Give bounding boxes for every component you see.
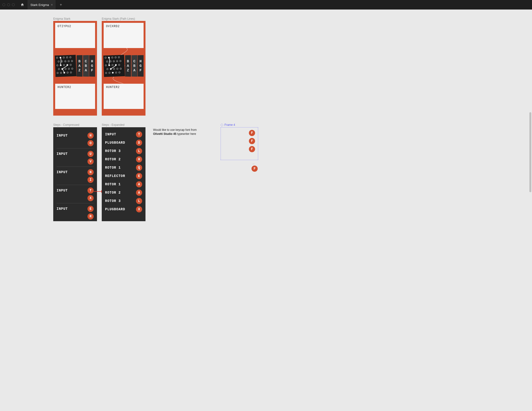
frame-label-steps-compressed[interactable]: Steps - Compressed: [53, 123, 79, 127]
step-chip: E: [136, 173, 142, 179]
rotor-set-path: B A Z C B A H G F: [125, 55, 143, 77]
step-label: REFLECTOR: [105, 174, 125, 178]
step-label: ROTOR 2: [105, 191, 121, 195]
step-label: ROTOR 1: [105, 166, 121, 170]
step-chip: T: [87, 187, 94, 194]
step-chip: X: [87, 195, 94, 201]
frame4-chip: F: [249, 138, 255, 144]
frame4-row: INPUTF: [224, 138, 255, 144]
window-zoom-button[interactable]: [12, 3, 15, 6]
close-tab-button[interactable]: ×: [51, 3, 53, 6]
step-chip: U: [87, 151, 94, 157]
cipher-text: OTIYPU2: [57, 25, 71, 28]
step-compressed-item: INPUTHO: [57, 130, 94, 148]
frame-enigma-stark-path[interactable]: OVIXRD2: [102, 21, 145, 116]
vertical-scrollbar[interactable]: [529, 112, 531, 192]
file-tab[interactable]: Stark Enigma ×: [28, 0, 56, 10]
new-tab-button[interactable]: +: [57, 1, 64, 8]
window-traffic-lights: [2, 3, 15, 6]
step-label: PLUGBOARD: [105, 207, 125, 211]
lonely-chip[interactable]: F: [251, 166, 258, 172]
plugboard: [55, 55, 76, 77]
frame4-row: F: [224, 146, 255, 152]
note-line2: typewriter here: [176, 132, 196, 136]
plain-text-path: HUNTER2: [106, 86, 120, 89]
step-chip: N: [87, 169, 94, 175]
step-chip: L: [136, 198, 142, 204]
svg-rect-6: [223, 125, 223, 125]
step-label: ROTOR 1: [105, 182, 121, 186]
window-close-button[interactable]: [2, 3, 5, 6]
frame4-chip: F: [249, 130, 255, 136]
machine-row-path: B A Z C B A H G F: [104, 55, 143, 77]
file-tab-title: Stark Enigma: [30, 3, 49, 7]
step-label: PLUGBOARD: [105, 141, 125, 145]
step-label: ROTOR 3: [105, 199, 121, 203]
cipher-paper: OTIYPU2: [55, 23, 95, 48]
step-chip: H: [136, 156, 142, 162]
step-chip: X: [136, 206, 142, 212]
titlebar: Stark Enigma × +: [0, 0, 532, 10]
frame-steps-expanded[interactable]: INPUTTPLUGBOARDDROTOR 3LROTOR 2HROTOR 1Q…: [102, 127, 145, 221]
step-expanded-item: ROTOR 1A: [105, 180, 142, 188]
step-expanded-item: PLUGBOARDX: [105, 205, 142, 213]
plugboard-path: [103, 55, 125, 77]
step-expanded-item: REFLECTORE: [105, 172, 142, 180]
plugboard-wires-path-icon: [103, 55, 125, 77]
step-chip: D: [136, 140, 142, 146]
rotor-2-path: C B A: [132, 55, 137, 77]
frame-label-enigma-stark[interactable]: Enigma Stark: [53, 17, 70, 20]
home-icon: [20, 3, 24, 7]
svg-rect-4: [222, 126, 222, 126]
step-compressed-item: INPUTER: [57, 203, 94, 221]
machine-row: B A Z C B A H G F: [55, 55, 95, 77]
lonely-chip-label[interactable]: ...: [252, 162, 255, 165]
step-chip: H: [87, 132, 94, 139]
frame4-chip: F: [249, 146, 255, 152]
step-expanded-item: ROTOR 3L: [105, 197, 142, 205]
step-expanded-item: ROTOR 2A: [105, 188, 142, 197]
step-chip: T: [136, 131, 142, 137]
frame-steps-compressed[interactable]: INPUTHOINPUTUVINPUTNIINPUTTXINPUTERINPUT…: [53, 127, 97, 221]
step-chip: R: [87, 213, 94, 220]
cipher-text-path: OVIXRD2: [106, 25, 120, 28]
step-chip: A: [136, 190, 142, 196]
rotor-1: B A Z: [76, 55, 83, 77]
step-chip: I: [87, 177, 94, 183]
frame-label-frame4[interactable]: Frame 4: [221, 123, 235, 127]
frame4-label: INPUT: [224, 131, 235, 135]
step-label: INPUT: [57, 152, 68, 156]
rotor-3: H G F: [89, 55, 95, 77]
step-chip: E: [87, 206, 94, 212]
svg-rect-5: [221, 125, 221, 125]
plain-paper: HUNTER2: [55, 84, 95, 109]
design-canvas[interactable]: Enigma Stark OTIYPU2: [0, 10, 532, 411]
note-bold: Olivetti Studio 45: [153, 132, 176, 136]
step-label: INPUT: [57, 207, 68, 211]
step-chip: Q: [136, 165, 142, 171]
frame-label-enigma-stark-path[interactable]: Enigma Stark (Path Lines): [102, 17, 135, 20]
frame-frame4[interactable]: INPUTFINPUTFF: [221, 127, 258, 160]
plain-paper-path: HUNTER2: [104, 84, 143, 109]
typewriter-note[interactable]: Would like to use keycap font from Olive…: [153, 128, 203, 136]
step-label: INPUT: [57, 134, 68, 137]
frame4-label: INPUT: [224, 139, 235, 143]
step-label: INPUT: [57, 189, 68, 192]
frame-enigma-stark[interactable]: OTIYPU2: [53, 21, 97, 116]
rotor-set: B A Z C B A H G F: [76, 55, 95, 77]
canvas-viewport[interactable]: Enigma Stark OTIYPU2: [0, 10, 532, 411]
step-label: ROTOR 2: [105, 157, 121, 161]
step-label: ROTOR 3: [105, 149, 121, 153]
step-compressed-item: INPUTTX: [57, 185, 94, 203]
step-expanded-item: INPUTT: [105, 130, 142, 138]
home-button[interactable]: [19, 1, 26, 8]
step-expanded-item: ROTOR 3L: [105, 147, 142, 155]
step-expanded-item: ROTOR 2H: [105, 155, 142, 163]
note-line1: Would like to use keycap font from: [153, 128, 197, 132]
step-label: INPUT: [105, 132, 116, 136]
component-icon: [221, 124, 223, 126]
step-chip: L: [136, 148, 142, 154]
frame-label-steps-expanded[interactable]: Steps - Expanded: [102, 123, 124, 127]
step-compressed-item: INPUTUV: [57, 148, 94, 166]
window-minimize-button[interactable]: [7, 3, 10, 6]
